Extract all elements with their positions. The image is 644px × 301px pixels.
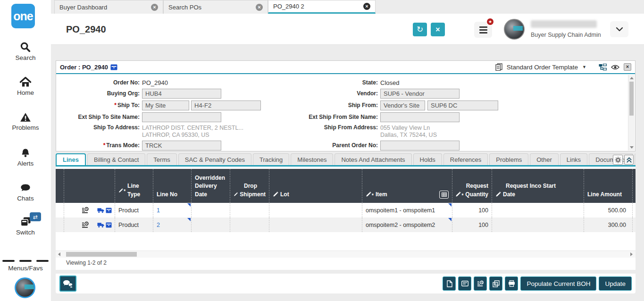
scroll-right-arrow[interactable] bbox=[630, 252, 633, 256]
caret-down-icon[interactable]: ▼ bbox=[582, 65, 586, 69]
col-drop-shipment[interactable]: DropShipment bbox=[230, 169, 269, 203]
hierarchy-icon[interactable] bbox=[599, 64, 607, 71]
grid-settings-button[interactable] bbox=[613, 155, 623, 165]
tab-lines[interactable]: Lines bbox=[56, 153, 86, 165]
tab-billing-contact[interactable]: Billing & Contact bbox=[87, 153, 145, 165]
template-icon bbox=[495, 63, 502, 71]
collapse-panel-button[interactable] bbox=[624, 155, 634, 165]
update-button[interactable]: Update bbox=[599, 276, 632, 291]
chat-launch-button[interactable] bbox=[59, 276, 76, 292]
col-request-quantity[interactable]: Request*Quantity bbox=[452, 169, 492, 203]
item-cell: omspoitem2 - omspoitem2 bbox=[362, 217, 452, 232]
scroll-down-arrow[interactable] bbox=[630, 146, 634, 149]
scrollbar-thumb[interactable] bbox=[66, 252, 137, 257]
buying-org-input bbox=[142, 89, 221, 99]
archive-icon[interactable] bbox=[106, 222, 112, 228]
tab-milestones[interactable]: Milestones bbox=[291, 153, 333, 165]
sidebar-item-switch[interactable]: ⇄ Switch bbox=[0, 215, 51, 236]
edit-icon bbox=[273, 192, 278, 197]
tab-buyer-dashboard[interactable]: Buyer Dashboard × bbox=[54, 0, 163, 14]
sidebar-item-alerts[interactable]: Alerts bbox=[0, 146, 51, 167]
scroll-left-arrow[interactable] bbox=[58, 252, 60, 256]
sidebar-item-chats[interactable]: Chats bbox=[0, 181, 51, 202]
line-no-cell: 1 bbox=[153, 203, 191, 217]
user-avatar[interactable] bbox=[504, 19, 525, 40]
scrollbar-thumb[interactable] bbox=[629, 82, 634, 116]
panel-close-button[interactable]: × bbox=[624, 63, 631, 71]
eye-icon[interactable] bbox=[611, 64, 619, 70]
col-lot[interactable]: Lot bbox=[269, 169, 362, 203]
edit-icon bbox=[366, 192, 371, 197]
sidebar: one Search Home Problems Alerts Chats ⇄ … bbox=[0, 0, 51, 301]
ext-ship-from-label: Ext Ship From Site Name: bbox=[283, 112, 378, 122]
panel-vertical-scrollbar[interactable] bbox=[628, 75, 635, 150]
sidebar-item-label: Search bbox=[0, 54, 51, 61]
print-button[interactable] bbox=[505, 276, 518, 291]
line-no-cell: 2 bbox=[153, 217, 191, 232]
line-no-link[interactable]: 1 bbox=[157, 207, 160, 214]
col-select bbox=[56, 169, 64, 203]
sidebar-item-home[interactable]: Home bbox=[0, 75, 51, 96]
tab-problems[interactable]: Problems bbox=[489, 153, 528, 165]
tab-notes-attachments[interactable]: Notes And Attachments bbox=[335, 153, 411, 165]
col-overridden-delivery-date[interactable]: OverriddenDelivery Date bbox=[191, 169, 230, 203]
truck-icon[interactable] bbox=[97, 222, 104, 228]
card-button[interactable] bbox=[458, 276, 471, 291]
ship-from-site-input bbox=[427, 100, 498, 110]
sidebar-item-label: Home bbox=[0, 89, 51, 96]
truck-icon[interactable] bbox=[97, 208, 104, 213]
trans-mode-input bbox=[142, 141, 221, 150]
tab-other[interactable]: Other bbox=[530, 153, 559, 165]
document-button[interactable] bbox=[443, 276, 456, 291]
refresh-button[interactable]: ↻ bbox=[413, 23, 427, 36]
sidebar-item-menus-favs[interactable]: Menus/Favs bbox=[0, 251, 51, 272]
copy-icon bbox=[493, 280, 500, 287]
item-grid-button[interactable] bbox=[439, 191, 449, 199]
edit-icon bbox=[118, 188, 123, 193]
milestone-icon[interactable] bbox=[82, 221, 89, 229]
table-row[interactable]: Product 1 omspoitem1 - omspoitem1 100 50… bbox=[56, 203, 636, 217]
milestones-button[interactable] bbox=[474, 276, 487, 291]
order-no-value: PO_2940 bbox=[142, 78, 168, 88]
close-page-button[interactable]: × bbox=[431, 23, 445, 36]
scroll-up-arrow[interactable] bbox=[630, 77, 634, 79]
switch-badge-icon[interactable]: ⇄ bbox=[30, 212, 41, 221]
tab-authorizations[interactable]: Authorizations bbox=[635, 153, 636, 165]
table-row[interactable]: Product 2 omspoitem2 - omspoitem2 100 30… bbox=[56, 217, 636, 232]
tab-terms[interactable]: Terms bbox=[147, 153, 176, 165]
archive-icon[interactable] bbox=[106, 208, 112, 213]
col-item[interactable]: *Item bbox=[362, 169, 452, 203]
col-request-inco-start-date[interactable]: Request Inco StartDate bbox=[492, 169, 584, 203]
copy-button[interactable] bbox=[489, 276, 502, 291]
tab-links[interactable]: Links bbox=[560, 153, 587, 165]
line-no-link[interactable]: 2 bbox=[157, 222, 160, 228]
sidebar-item-search[interactable]: Search bbox=[0, 41, 51, 61]
app-header: PO_2940 ↻ × ★ Buyer Supply Chain Admin bbox=[51, 14, 644, 45]
col-line-amount[interactable]: Line Amount bbox=[584, 169, 632, 203]
tab-search-pos[interactable]: Search POs × bbox=[163, 0, 268, 14]
col-line-no[interactable]: Line No bbox=[153, 169, 191, 203]
tab-references[interactable]: References bbox=[443, 153, 488, 165]
tab-close-icon[interactable]: × bbox=[256, 4, 263, 11]
tab-close-icon[interactable]: × bbox=[363, 3, 370, 10]
line-amount-cell: 500.00 bbox=[584, 203, 632, 217]
order-doc-icon[interactable] bbox=[110, 64, 117, 70]
col-line-type[interactable]: *Line Type bbox=[115, 169, 153, 203]
tab-sac-penalty-codes[interactable]: SAC & Penalty Codes bbox=[178, 153, 251, 165]
one-logo[interactable]: one bbox=[11, 4, 35, 28]
note-corner-marker bbox=[187, 203, 191, 207]
sidebar-item-problems[interactable]: Problems bbox=[0, 110, 51, 131]
tab-po-2940[interactable]: PO_2940 2 × bbox=[268, 0, 376, 14]
tab-close-icon[interactable]: × bbox=[151, 4, 158, 11]
note-corner-marker bbox=[448, 203, 452, 207]
populate-current-boh-button[interactable]: Populate Current BOH bbox=[520, 276, 596, 291]
table-horizontal-scrollbar[interactable] bbox=[56, 251, 636, 258]
tab-tracking[interactable]: Tracking bbox=[253, 153, 289, 165]
sidebar-avatar[interactable] bbox=[15, 277, 35, 298]
user-menu-chevron-button[interactable] bbox=[610, 21, 628, 37]
ship-from-address-value: 055 Valley View Ln Dallas, TX 75244, US bbox=[380, 125, 437, 139]
template-selector[interactable]: Standard Order Template bbox=[507, 64, 578, 71]
sidebar-item-label: Switch bbox=[0, 229, 51, 236]
milestone-icon[interactable] bbox=[82, 207, 89, 214]
tab-holds[interactable]: Holds bbox=[413, 153, 442, 165]
